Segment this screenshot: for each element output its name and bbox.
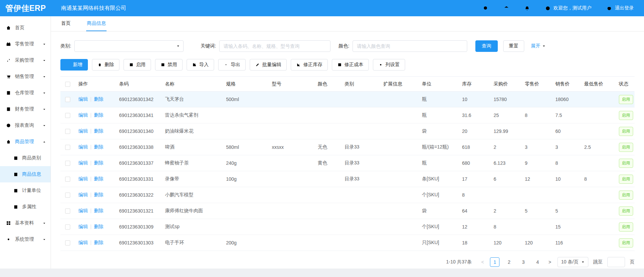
新增-button[interactable]: 新增	[60, 59, 88, 71]
sidebar-item-首页[interactable]: 首页	[0, 20, 51, 36]
delete-link[interactable]: 删除	[94, 208, 103, 213]
cell-model	[268, 107, 314, 123]
edit-link[interactable]: 编辑	[78, 224, 88, 229]
logout-button[interactable]: 退出登录	[606, 5, 634, 11]
page-number-4[interactable]: 4	[533, 257, 542, 267]
sidebar-item-采购管理[interactable]: 采购管理	[0, 52, 51, 68]
edit-link[interactable]: 编辑	[78, 176, 88, 181]
cell-category: 目录33	[341, 155, 380, 171]
chevron-down-icon	[42, 107, 46, 111]
reset-button[interactable]: 重置	[503, 40, 524, 52]
row-checkbox[interactable]	[65, 161, 70, 166]
page-number-1[interactable]: 1	[490, 257, 499, 267]
table-row: 编辑|删除6901236301309测试sp个[SKU]12815启用	[60, 219, 634, 235]
edit-link[interactable]: 编辑	[78, 160, 88, 165]
导出-button[interactable]: 导出	[218, 59, 246, 71]
next-page-button[interactable]: >	[547, 259, 552, 265]
delete-link[interactable]: 删除	[94, 144, 103, 150]
sidebar-item-计量单位[interactable]: 计量单位	[0, 182, 51, 199]
edit-link[interactable]: 编辑	[78, 144, 88, 150]
delete-link[interactable]: 删除	[94, 112, 103, 118]
sidebar-item-商品信息[interactable]: 商品信息	[0, 166, 51, 182]
row-checkbox[interactable]	[65, 129, 70, 134]
row-checkbox[interactable]	[65, 113, 70, 118]
prev-page-button[interactable]: <	[480, 259, 485, 265]
sidebar-item-报表查询[interactable]: 报表查询	[0, 117, 51, 134]
row-checkbox[interactable]	[65, 177, 70, 182]
edit-link[interactable]: 编辑	[78, 208, 88, 213]
keyword-input[interactable]	[219, 40, 330, 52]
delete-link[interactable]: 删除	[94, 176, 103, 181]
sidebar-item-财务管理[interactable]: 财务管理	[0, 101, 51, 117]
row-checkbox[interactable]	[65, 224, 70, 230]
sidebar-item-商品类别[interactable]: 商品类别	[0, 150, 51, 166]
row-checkbox[interactable]	[65, 240, 70, 245]
cell-barcode: 6901236301322	[116, 187, 162, 203]
列设置-button[interactable]: 列设置	[373, 59, 405, 71]
page-number-3[interactable]: 3	[518, 257, 528, 267]
delete-link[interactable]: 删除	[94, 192, 103, 197]
sidebar-item-基本资料[interactable]: 基本资料	[0, 215, 51, 231]
row-checkbox[interactable]	[65, 145, 70, 150]
search-icon[interactable]	[483, 5, 489, 11]
content-area: 首页商品信息 类别: 关键词: 颜色: 查询 重置 展开	[51, 16, 644, 269]
cell-spec	[223, 203, 268, 219]
edit-link[interactable]: 编辑	[78, 96, 88, 102]
修正库存-button[interactable]: 修正库存	[291, 59, 328, 71]
bank-icon[interactable]	[504, 5, 509, 11]
sidebar-item-商品管理[interactable]: 商品管理	[0, 134, 51, 150]
expand-link[interactable]: 展开	[531, 43, 546, 49]
status-badge: 启用	[619, 159, 633, 168]
修正成本-button[interactable]: 修正成本	[332, 59, 369, 71]
clock-icon	[545, 5, 551, 11]
page-size-select[interactable]: 10 条/页	[557, 257, 588, 267]
edit-link[interactable]: 编辑	[78, 112, 88, 118]
cell-retail: 3	[522, 139, 552, 155]
tab-首页[interactable]: 首页	[60, 16, 71, 31]
sidebar-item-多属性[interactable]: 多属性	[0, 199, 51, 215]
启用-button[interactable]: 启用	[124, 59, 151, 71]
category-select[interactable]	[74, 40, 184, 52]
cell-model	[268, 219, 314, 235]
导入-button[interactable]: 导入	[187, 59, 214, 71]
sidebar-item-系统管理[interactable]: 系统管理	[0, 231, 51, 248]
row-checkbox[interactable]	[65, 193, 70, 198]
cell-barcode: 6901236301340	[116, 123, 162, 139]
delete-link[interactable]: 删除	[94, 128, 103, 134]
sidebar-item-销售管理[interactable]: 销售管理	[0, 68, 51, 85]
jump-page-input[interactable]	[607, 257, 625, 267]
cell-status: 启用	[615, 219, 634, 235]
cell-status: 启用	[615, 155, 634, 171]
删除-button[interactable]: 删除	[92, 59, 119, 71]
welcome-user[interactable]: 欢迎您，测试用户	[545, 5, 591, 11]
delete-link[interactable]: 删除	[94, 96, 103, 102]
table-row: 编辑|删除6901236301337蜂蜜柚子茶240g黄色目录33瓶6806.1…	[60, 155, 634, 171]
search-button[interactable]: 查询	[475, 40, 498, 52]
chevron-up-icon	[42, 140, 46, 144]
select-all-checkbox-cell	[60, 77, 75, 92]
cell-purchase: 2	[490, 203, 522, 219]
edit-link[interactable]: 编辑	[78, 240, 88, 245]
cell-status: 启用	[615, 235, 634, 251]
delete-link[interactable]: 删除	[94, 160, 103, 165]
bell-icon[interactable]	[524, 5, 530, 11]
delete-link[interactable]: 删除	[94, 224, 103, 229]
select-all-checkbox[interactable]	[65, 82, 70, 87]
sidebar-item-零售管理[interactable]: 零售管理	[0, 36, 51, 52]
row-checkbox[interactable]	[65, 209, 70, 214]
禁用-button[interactable]: 禁用	[155, 59, 183, 71]
cell-model	[268, 171, 314, 187]
page-number-2[interactable]: 2	[504, 257, 514, 267]
delete-link[interactable]: 删除	[94, 240, 103, 245]
批量编辑-button[interactable]: 批量编辑	[250, 59, 287, 71]
sidebar-item-仓库管理[interactable]: 仓库管理	[0, 85, 51, 101]
color-input[interactable]	[353, 40, 467, 52]
tab-商品信息[interactable]: 商品信息	[86, 16, 107, 31]
edit-link[interactable]: 编辑	[78, 192, 88, 197]
cell-stock: 18	[459, 235, 490, 251]
column-header-规格: 规格	[223, 77, 268, 92]
cell-stock: 64	[459, 203, 490, 219]
row-checkbox[interactable]	[65, 97, 70, 102]
cell-ext	[380, 123, 419, 139]
edit-link[interactable]: 编辑	[78, 128, 88, 134]
